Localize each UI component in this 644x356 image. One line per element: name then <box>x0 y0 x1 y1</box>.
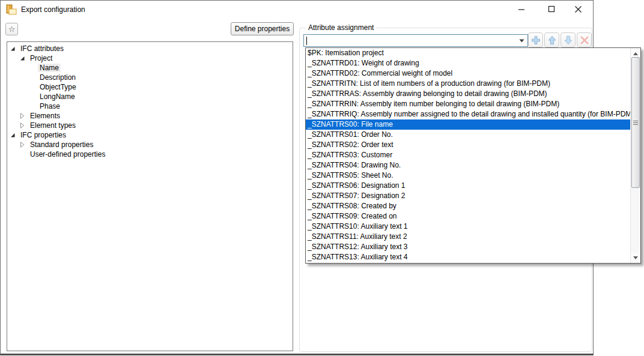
tree-item-ifc-attributes[interactable]: IFC attributes <box>7 44 293 53</box>
ifc-tree-panel[interactable]: IFC attributesProjectNameDescriptionObje… <box>7 41 293 351</box>
tree-item-description[interactable]: Description <box>7 73 293 82</box>
dropdown-list[interactable]: $PK: Itemisation project_SZNATTRD01: Wei… <box>306 48 630 263</box>
scrollbar-thumb[interactable] <box>631 57 640 188</box>
dropdown-item[interactable]: _SZNATTRS10: Auxiliary text 1 <box>306 222 630 232</box>
desktop-background: Export configuration ☆ <box>0 0 644 356</box>
tree-item-element-types[interactable]: Element types <box>7 121 293 130</box>
tree-spacer <box>28 65 35 71</box>
window-title: Export configuration <box>21 5 85 14</box>
dropdown-item[interactable]: _SZNATTRS09: Created on <box>306 211 630 222</box>
define-properties-button[interactable]: Define properties <box>231 22 294 35</box>
dropdown-item[interactable]: _SZNATTRS12: Auxiliary text 3 <box>306 242 630 252</box>
dropdown-item[interactable]: $PK: Itemisation project <box>306 48 630 58</box>
scroll-down-icon[interactable] <box>631 253 640 262</box>
attribute-combobox[interactable] <box>303 34 528 47</box>
tree-item-label: Element types <box>28 121 77 130</box>
tree-spacer <box>28 103 35 109</box>
close-button[interactable] <box>568 1 588 17</box>
dropdown-item[interactable]: _SZNATTRRIQ: Assembly number assigned to… <box>306 109 630 119</box>
close-icon <box>574 5 582 13</box>
tree-expanded-icon[interactable] <box>9 46 16 52</box>
arrow-up-icon <box>547 35 557 46</box>
tree-spacer <box>28 74 35 80</box>
tree-item-label: Name <box>38 64 61 72</box>
tree-item-phase[interactable]: Phase <box>7 101 293 111</box>
tree-spacer <box>28 84 35 90</box>
tree-collapsed-icon[interactable] <box>19 113 26 119</box>
tree-item-elements[interactable]: Elements <box>7 111 293 121</box>
tree-item-label: IFC properties <box>19 131 68 139</box>
tree-item-user-defined-properties[interactable]: User-defined properties <box>7 149 293 159</box>
dropdown-item[interactable]: _SZNATTRS13: Auxiliary text 4 <box>306 252 630 262</box>
tree-item-project[interactable]: Project <box>7 53 293 63</box>
arrow-down-icon <box>563 35 574 46</box>
chevron-down-icon[interactable] <box>517 35 526 46</box>
dropdown-item[interactable]: _SZNATTRS03: Customer <box>306 150 630 160</box>
favorites-button[interactable]: ☆ <box>5 23 18 35</box>
tree-item-objecttype[interactable]: ObjectType <box>7 82 293 92</box>
attribute-assignment-label: Attribute assignment <box>306 23 376 32</box>
export-configuration-window: Export configuration ☆ <box>0 0 594 355</box>
dropdown-item[interactable]: _SZNATTRS05: Sheet No. <box>306 170 630 181</box>
tree-item-label: User-defined properties <box>28 150 107 158</box>
maximize-button[interactable] <box>541 1 562 17</box>
tree-item-label: ObjectType <box>38 83 78 91</box>
dropdown-item[interactable]: _SZNATTRS08: Created by <box>306 201 630 211</box>
attribute-dropdown-popup: $PK: Itemisation project_SZNATTRD01: Wei… <box>305 47 641 264</box>
titlebar[interactable]: Export configuration <box>1 1 593 19</box>
tree-expanded-icon[interactable] <box>9 132 16 138</box>
tree-item-label: Phase <box>38 102 62 110</box>
delete-button[interactable] <box>577 32 592 47</box>
tree-expanded-icon[interactable] <box>19 55 26 61</box>
app-icon <box>5 4 17 16</box>
plus-icon <box>530 35 541 46</box>
dropdown-item[interactable]: _SZNATTRS07: Designation 2 <box>306 191 630 201</box>
minimize-button[interactable] <box>511 1 532 17</box>
dropdown-item[interactable]: _SZNATTRS11: Auxiliary text 2 <box>306 232 630 242</box>
tree-item-label: LongName <box>38 92 77 101</box>
star-icon: ☆ <box>8 25 16 33</box>
tree-item-label: IFC attributes <box>19 44 65 53</box>
dropdown-item[interactable]: _SZNATTRS00: File name <box>306 119 630 130</box>
tree-item-label: Project <box>28 54 54 62</box>
minimize-icon <box>518 5 525 13</box>
tree-spacer <box>28 94 35 100</box>
scrollbar-grip-icon <box>633 119 638 126</box>
x-icon <box>579 35 590 46</box>
add-button[interactable] <box>528 32 543 47</box>
tree-collapsed-icon[interactable] <box>19 142 26 148</box>
dropdown-scrollbar[interactable] <box>630 48 640 263</box>
dropdown-item[interactable]: _SZNATTRD01: Weight of drawing <box>306 58 630 68</box>
dropdown-item[interactable]: _SZNATTRD02: Commercial weight of model <box>306 68 630 79</box>
tree-item-label: Description <box>38 73 77 82</box>
dropdown-item[interactable]: _SZNATTRS04: Drawing No. <box>306 160 630 170</box>
tree-item-standard-properties[interactable]: Standard properties <box>7 140 293 149</box>
maximize-icon <box>548 5 555 13</box>
dropdown-item[interactable]: _SZNATTRITN: List of item numbers of a p… <box>306 79 630 89</box>
dropdown-item[interactable]: _SZNATTRRAS: Assembly drawing belonging … <box>306 89 630 99</box>
tree-item-name[interactable]: Name <box>7 63 293 73</box>
move-down-button[interactable] <box>560 32 576 47</box>
tree-item-ifc-properties[interactable]: IFC properties <box>7 130 293 140</box>
move-up-button[interactable] <box>544 32 559 47</box>
tree-item-label: Standard properties <box>28 140 95 149</box>
text-caret <box>306 37 307 45</box>
tree-collapsed-icon[interactable] <box>19 122 26 128</box>
tree-item-longname[interactable]: LongName <box>7 92 293 101</box>
dropdown-item[interactable]: _SZNATTRS01: Order No. <box>306 130 630 140</box>
dropdown-item[interactable]: _SZNATTRS06: Designation 1 <box>306 181 630 191</box>
dropdown-item[interactable]: _SZNATTRS02: Order text <box>306 140 630 150</box>
tree-item-label: Elements <box>28 112 62 120</box>
tree-spacer <box>19 151 26 157</box>
dropdown-item[interactable]: _SZNATTRRIN: Assembly item number belong… <box>306 99 630 109</box>
